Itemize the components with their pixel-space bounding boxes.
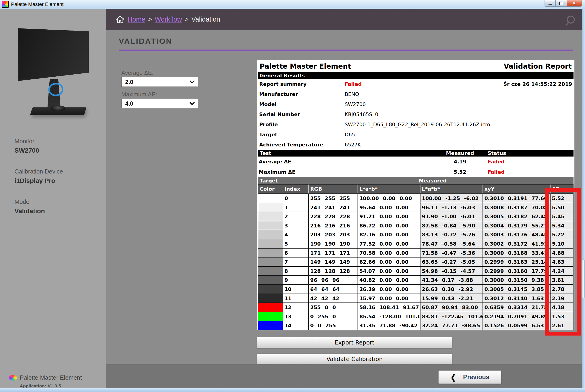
- minimize-button[interactable]: [544, 0, 555, 7]
- cell-lab-target: 100.00 0.00 0.00: [358, 194, 420, 203]
- cell-xyy: 0.3012 0.3140 1.63: [483, 294, 550, 303]
- maximum-de-select[interactable]: 4.0: [121, 99, 198, 108]
- table-row: 1142 42 4215.97 0.00 0.0015.99 0.43 -2.2…: [258, 294, 573, 303]
- cell-lab-measured: 87.58 -0.84 -5.90: [420, 221, 483, 230]
- test-status: Failed: [488, 169, 573, 175]
- cell-xyy: 0.2194 0.7091 49.89: [483, 312, 550, 321]
- color-swatch-fill: [258, 276, 283, 284]
- info-label: Model: [259, 102, 345, 107]
- cell-rgb: 0 0 255: [309, 320, 358, 330]
- export-report-button[interactable]: Export Report: [257, 337, 452, 348]
- cell-xyy: 0.6359 0.3314 21.75: [483, 302, 550, 312]
- cell-xyy: 0.2999 0.3160 17.79: [483, 266, 550, 276]
- cell-xyy: 0.3004 0.3179 55.27: [483, 221, 550, 230]
- test-header-row: Test Measured Status: [258, 150, 573, 156]
- monitor-image: [13, 28, 94, 124]
- validation-report-panel: Palette Master Element Validation Report…: [257, 60, 574, 330]
- color-swatch: [258, 212, 283, 221]
- cell-index: 4: [283, 230, 309, 239]
- cell-rgb: 216 216 216: [309, 221, 358, 230]
- color-swatch-fill: [258, 267, 283, 276]
- cell-rgb: 255 0 0: [309, 302, 358, 312]
- table-row: 4203 203 20382.16 0.00 0.0083.13 -0.72 -…: [258, 230, 573, 239]
- color-swatch: [258, 275, 283, 284]
- table-row: 5190 190 19077.52 0.00 0.0078.47 -0.58 -…: [258, 239, 573, 248]
- table-row: 0255 255 255100.00 0.00 0.00100.00 -1.25…: [258, 194, 573, 203]
- breadcrumb-separator: >: [185, 16, 189, 23]
- table-row: 2228 228 22891.21 0.00 0.0091.90 -1.00 -…: [258, 212, 573, 221]
- maximize-button[interactable]: [555, 0, 567, 7]
- minimize-icon: [548, 4, 552, 4]
- cell-lab-measured: 71.58 -0.47 -5.36: [420, 248, 483, 257]
- cell-rgb: 96 96 96: [309, 275, 358, 284]
- window-title: Palette Master Element: [11, 2, 64, 7]
- cell-index: 7: [283, 257, 309, 266]
- cell-lab-target: 95.64 0.00 0.00: [358, 203, 420, 212]
- color-swatch-fill: [258, 221, 283, 230]
- report-info-row: ModelSW2700: [257, 99, 574, 109]
- breadcrumb-bar: Home > Workflow > Validation: [106, 9, 585, 30]
- cell-lab-measured: 26.63 0.30 -2.92: [420, 284, 483, 294]
- window-bottom-border: [0, 388, 585, 392]
- cell-rgb: 228 228 228: [309, 212, 358, 221]
- color-swatch: [258, 320, 283, 330]
- page-title: VALIDATION: [119, 37, 172, 46]
- cell-xyy: 0.3002 0.3172 41.93: [483, 239, 550, 248]
- cell-lab-target: 82.16 0.00 0.00: [358, 230, 420, 239]
- cell-lab-target: 40.82 0.00 0.00: [358, 275, 420, 284]
- cell-lab-target: 70.58 0.00 0.00: [358, 248, 420, 257]
- color-swatch-fill: [258, 258, 283, 266]
- table-body: 0255 255 255100.00 0.00 0.00100.00 -1.25…: [258, 194, 573, 330]
- cell-rgb: 149 149 149: [309, 257, 358, 266]
- info-label: Target: [259, 132, 345, 138]
- info-label: Profile: [259, 122, 345, 128]
- breadcrumb-home-link[interactable]: Home: [128, 16, 145, 23]
- cell-lab-target: 85.54 -128.00 101.02: [358, 312, 420, 321]
- cell-lab-measured: 83.81 -122.45 101.61: [420, 312, 483, 321]
- color-swatch: [258, 257, 283, 266]
- report-info-row: Report summaryFailedŚr cze 26 14:55:22 2…: [257, 79, 574, 89]
- table-row: 12255 0 058.16 108.41 91.6760.87 90.94 8…: [258, 302, 573, 312]
- cell-index: 0: [283, 194, 309, 203]
- report-type-title: Validation Report: [504, 62, 572, 70]
- cell-xyy: 0.3000 0.3150 9.38: [483, 275, 550, 284]
- average-de-select[interactable]: 2.0: [121, 77, 198, 87]
- previous-button[interactable]: ❮ Previous: [438, 370, 501, 384]
- cell-lab-measured: 15.99 0.43 -2.21: [420, 294, 483, 303]
- column-header: L*a*b*: [420, 184, 483, 194]
- monitor-hub-art: [51, 105, 65, 111]
- close-button[interactable]: ✕: [567, 0, 582, 7]
- column-header: Index: [283, 184, 309, 194]
- info-value: 6527K: [345, 142, 572, 148]
- validate-calibration-button[interactable]: Validate Calibration: [257, 354, 452, 364]
- cell-xyy: 0.3010 0.3191 77.66: [483, 194, 550, 203]
- color-swatch-fill: [258, 240, 283, 248]
- breadcrumb-workflow-link[interactable]: Workflow: [155, 16, 182, 23]
- maximum-de-value: 4.0: [122, 100, 189, 107]
- search-icon[interactable]: [564, 14, 577, 27]
- cell-lab-measured: 32.24 77.71 -88.65: [420, 320, 483, 330]
- app-window: Palette Master Element ✕ Monitor SW2700 …: [0, 0, 585, 392]
- info-value: SW2700: [345, 102, 572, 107]
- app-icon: [2, 1, 9, 8]
- color-swatch: [258, 230, 283, 239]
- test-label: Maximum ΔE: [258, 169, 432, 175]
- color-swatch: [258, 194, 283, 203]
- breadcrumb-separator: >: [148, 16, 152, 23]
- cell-index: 2: [283, 212, 309, 221]
- cell-xyy: 0.3005 0.3182 62.48: [483, 212, 550, 221]
- color-swatch-fill: [258, 194, 283, 203]
- cell-xyy: 0.3000 0.3168 33.41: [483, 248, 550, 257]
- application-version: Application: V1.3.5: [20, 384, 82, 388]
- test-row: Average ΔE4.19Failed: [257, 156, 574, 167]
- report-info-row: Achieved Temperature6527K: [257, 140, 574, 150]
- info-label: Report summary: [259, 81, 345, 87]
- cell-rgb: 255 255 255: [309, 194, 358, 203]
- target-group-label: Target: [258, 178, 419, 184]
- cell-lab-measured: 91.90 -1.00 -6.01: [420, 212, 483, 221]
- info-label: Serial Number: [259, 112, 345, 117]
- cell-rgb: 190 190 190: [309, 239, 358, 248]
- table-row: 1064 64 6426.39 0.00 0.0026.63 0.30 -2.9…: [258, 284, 573, 294]
- average-de-value: 2.0: [122, 79, 189, 86]
- cell-index: 12: [283, 302, 309, 312]
